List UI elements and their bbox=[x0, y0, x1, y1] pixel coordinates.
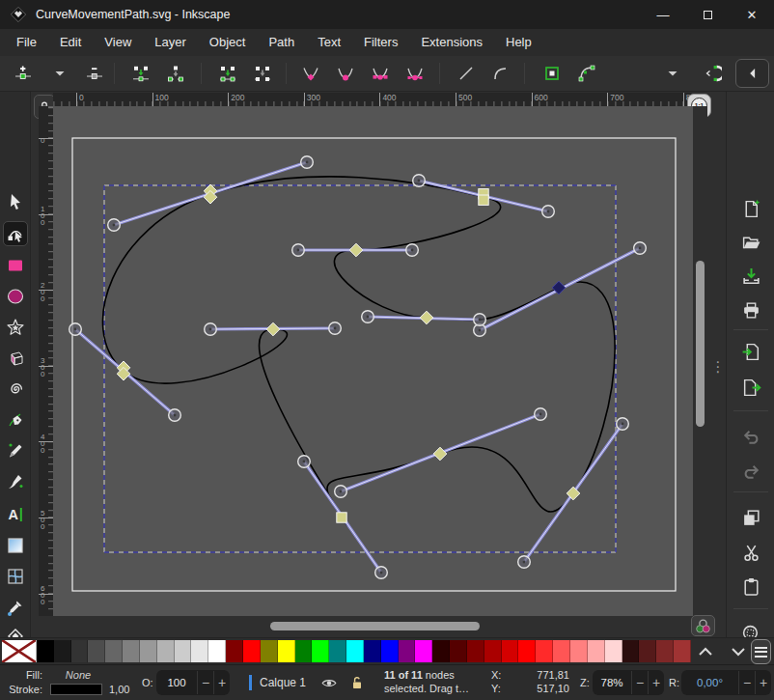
opacity-spinbox[interactable]: 100 − + bbox=[156, 670, 230, 695]
delete-node-button[interactable] bbox=[79, 59, 110, 88]
doc-open-button[interactable] bbox=[736, 228, 765, 257]
stroke-color-swatch[interactable] bbox=[50, 684, 102, 695]
tool-selector[interactable] bbox=[4, 190, 27, 213]
path-node-smooth[interactable] bbox=[266, 322, 280, 336]
swatch-cccccc[interactable] bbox=[175, 640, 192, 662]
cut-button[interactable] bbox=[736, 538, 765, 567]
tool-mesh[interactable] bbox=[4, 565, 27, 588]
undo-button[interactable] bbox=[736, 422, 765, 451]
swatch-00ff00[interactable] bbox=[312, 640, 329, 662]
swatch-999999[interactable] bbox=[140, 640, 157, 662]
fill-value[interactable]: None bbox=[56, 669, 100, 681]
swatch-ff8080[interactable] bbox=[570, 640, 588, 662]
swatch-800000[interactable] bbox=[226, 640, 243, 662]
swatch-008080[interactable] bbox=[329, 640, 346, 662]
swatch-808080[interactable] bbox=[123, 640, 140, 662]
swatch-aa0000[interactable] bbox=[484, 640, 502, 662]
swatch-a03333[interactable] bbox=[674, 640, 691, 662]
caret-down-button[interactable] bbox=[44, 59, 75, 88]
join-segment-button[interactable] bbox=[212, 59, 243, 88]
menu-item-file[interactable]: File bbox=[5, 29, 48, 56]
swatch-2b0d0d[interactable] bbox=[622, 640, 640, 662]
swatch-ffffff[interactable] bbox=[208, 640, 226, 662]
swatch-00ffff[interactable] bbox=[346, 640, 364, 662]
zoom-plus-button[interactable]: + bbox=[648, 671, 664, 694]
swatch-800080[interactable] bbox=[399, 640, 416, 662]
opacity-plus-button[interactable]: + bbox=[213, 671, 230, 694]
swatch-008000[interactable] bbox=[295, 640, 313, 662]
print-button[interactable] bbox=[736, 295, 765, 324]
swatch-4d4d4d[interactable] bbox=[88, 640, 105, 662]
swatch-550000[interactable] bbox=[450, 640, 467, 662]
swatch-ff00ff[interactable] bbox=[415, 640, 432, 662]
menu-item-help[interactable]: Help bbox=[494, 29, 543, 56]
redo-button[interactable] bbox=[736, 457, 765, 486]
swatch-none[interactable] bbox=[2, 640, 37, 662]
swatch-1a1a1a[interactable] bbox=[54, 640, 71, 662]
doc-export-button[interactable] bbox=[736, 373, 765, 402]
segment-curve-button[interactable] bbox=[484, 59, 515, 88]
swatch-ff0000[interactable] bbox=[518, 640, 536, 662]
path-node-smooth[interactable] bbox=[349, 243, 363, 257]
menu-item-object[interactable]: Object bbox=[198, 29, 258, 56]
node-corner-button[interactable] bbox=[295, 59, 326, 88]
swatch-ffd5d5[interactable] bbox=[605, 640, 622, 662]
duplicate-button[interactable] bbox=[736, 503, 765, 532]
rotation-minus-button[interactable]: − bbox=[738, 671, 755, 694]
dock-resize-grip[interactable]: ⋮ bbox=[711, 353, 725, 378]
swatch-551a1a[interactable] bbox=[639, 640, 656, 662]
tool-node-editor[interactable] bbox=[4, 222, 27, 245]
bezier-path[interactable] bbox=[102, 177, 615, 525]
minimize-button[interactable]: — bbox=[641, 0, 685, 29]
tool-text[interactable]: A bbox=[4, 503, 27, 526]
rotation-value[interactable]: 0,00° bbox=[681, 677, 738, 688]
stroke-to-path-button[interactable] bbox=[571, 59, 602, 88]
swatch-000080[interactable] bbox=[364, 640, 381, 662]
tool-gradient[interactable] bbox=[4, 534, 27, 557]
vertical-scrollbar-thumb[interactable] bbox=[696, 261, 705, 427]
snap-button[interactable] bbox=[697, 59, 728, 88]
rotation-spinbox[interactable]: 0,00° − + bbox=[681, 670, 771, 695]
tool-pencil[interactable] bbox=[4, 439, 27, 462]
tool-calligraphy[interactable] bbox=[4, 470, 27, 493]
horizontal-ruler[interactable]: 0100200300400500600700800 bbox=[53, 93, 692, 106]
tool-pen[interactable] bbox=[4, 408, 27, 432]
menu-item-filters[interactable]: Filters bbox=[352, 29, 409, 56]
vertical-ruler[interactable]: 01 0 02 0 03 0 04 0 05 0 06 0 0 bbox=[39, 106, 53, 616]
snap-collapse-button[interactable] bbox=[735, 59, 769, 88]
menu-item-view[interactable]: View bbox=[93, 29, 143, 56]
swatch-666666[interactable] bbox=[105, 640, 123, 662]
node-auto-button[interactable] bbox=[400, 59, 430, 88]
swatch-ffaaaa[interactable] bbox=[588, 640, 605, 662]
path-node-cusp[interactable] bbox=[479, 195, 488, 205]
palette-menu-button[interactable] bbox=[751, 639, 771, 664]
horizontal-scrollbar-thumb[interactable] bbox=[270, 622, 480, 630]
node-smooth-button[interactable] bbox=[330, 59, 361, 88]
delete-segment-button[interactable] bbox=[247, 59, 278, 88]
swatch-000000[interactable] bbox=[37, 640, 54, 662]
swatch-ff2a2a[interactable] bbox=[536, 640, 553, 662]
doc-new-button[interactable] bbox=[736, 194, 765, 223]
paste-button[interactable] bbox=[736, 572, 765, 601]
swatch-808000[interactable] bbox=[261, 640, 278, 662]
swatch-2b0000[interactable] bbox=[432, 640, 450, 662]
swatch-d40000[interactable] bbox=[502, 640, 519, 662]
swatch-b3b3b3[interactable] bbox=[157, 640, 175, 662]
horizontal-scrollbar[interactable] bbox=[53, 616, 693, 635]
menu-item-extensions[interactable]: Extensions bbox=[409, 29, 494, 56]
opacity-minus-button[interactable]: − bbox=[197, 671, 213, 694]
close-button[interactable]: ✕ bbox=[730, 0, 774, 29]
swatch-0000ff[interactable] bbox=[381, 640, 399, 662]
menu-item-layer[interactable]: Layer bbox=[143, 29, 198, 56]
palette-scroll-up-button[interactable] bbox=[693, 642, 718, 661]
insert-node-button[interactable] bbox=[8, 59, 39, 88]
tool-box3d[interactable] bbox=[4, 347, 27, 370]
tool-ellipse[interactable] bbox=[4, 285, 27, 308]
tool-dropper[interactable] bbox=[4, 596, 27, 619]
tool-star[interactable] bbox=[4, 316, 27, 339]
import-button[interactable] bbox=[736, 262, 765, 291]
zoom-spinbox[interactable]: 78% − + bbox=[593, 670, 664, 695]
swatch-ff0000[interactable] bbox=[243, 640, 261, 662]
rotation-plus-button[interactable]: + bbox=[755, 671, 771, 694]
swatch-e6e6e6[interactable] bbox=[191, 640, 208, 662]
